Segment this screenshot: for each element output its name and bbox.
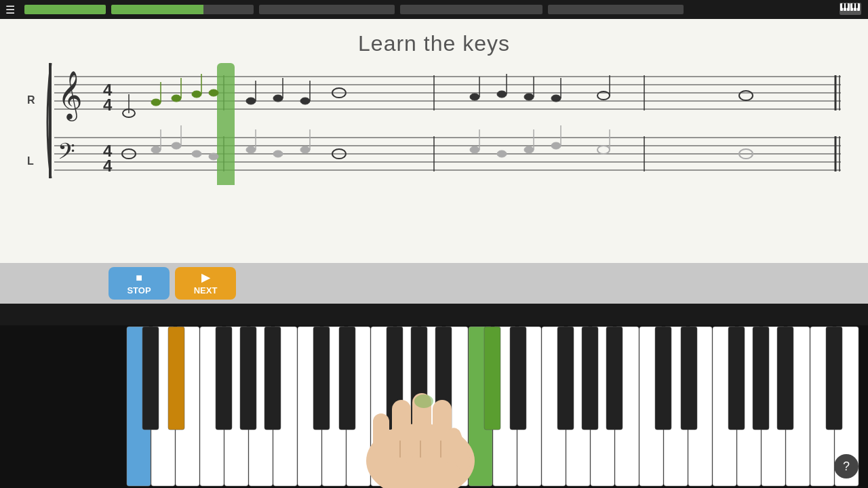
svg-text:L: L [27,155,34,167]
progress-bar-1 [24,5,106,14]
piano-icon[interactable] [840,3,861,16]
svg-point-81 [470,146,479,153]
svg-point-84 [524,146,534,153]
progress-bar-5 [548,5,684,14]
piano-area: ? [0,304,868,488]
menu-icon[interactable]: ☰ [5,3,15,16]
svg-rect-141 [777,327,793,430]
svg-point-61 [524,94,534,100]
svg-rect-10 [856,3,858,8]
svg-rect-132 [484,327,500,430]
stop-button[interactable]: ■ STOP [108,267,170,300]
progress-bar-4 [400,5,542,14]
svg-rect-8 [846,3,848,8]
svg-rect-11 [49,63,52,178]
svg-rect-123 [168,327,184,430]
svg-rect-133 [510,327,526,430]
svg-rect-40 [217,63,235,185]
svg-rect-125 [240,327,256,430]
svg-rect-139 [728,327,745,430]
help-button[interactable]: ? [834,454,859,479]
svg-text:4: 4 [103,157,113,175]
svg-rect-126 [264,327,281,430]
svg-text:4: 4 [103,96,113,114]
piano-keyboard-svg [0,325,868,488]
svg-text:R: R [27,94,35,106]
stop-label: STOP [127,285,151,296]
svg-point-53 [273,95,283,102]
svg-rect-124 [216,327,232,430]
svg-rect-134 [557,327,574,430]
svg-point-83 [497,150,507,157]
svg-point-152 [414,394,433,408]
svg-point-49 [209,89,218,96]
svg-point-74 [209,153,218,160]
svg-point-47 [192,91,201,98]
svg-text:𝄞: 𝄞 [58,71,83,122]
stop-icon: ■ [136,272,142,284]
sheet-area: Learn the keys R L 𝄞 𝄢 4 4 4 4 [0,19,868,263]
svg-rect-9 [852,3,854,8]
svg-point-45 [172,95,181,102]
svg-point-43 [151,99,161,106]
next-button[interactable]: ▶ NEXT [175,267,236,300]
svg-point-67 [739,91,753,100]
next-icon: ▶ [201,271,210,284]
svg-rect-7 [842,3,844,8]
svg-rect-128 [339,327,355,430]
progress-bar-3 [259,5,395,14]
svg-point-71 [172,142,181,149]
svg-point-76 [246,146,256,153]
svg-point-73 [192,150,201,157]
svg-point-88 [597,146,610,154]
svg-rect-136 [606,327,623,430]
svg-point-86 [551,142,561,149]
svg-rect-122 [142,327,159,430]
svg-text:𝄢: 𝄢 [58,139,75,169]
svg-point-55 [300,98,310,104]
svg-rect-127 [313,327,330,430]
svg-rect-147 [373,413,389,464]
svg-rect-146 [392,400,411,464]
svg-rect-137 [655,327,671,430]
svg-point-59 [497,91,507,98]
next-label: NEXT [194,285,218,296]
staff-svg: R L 𝄞 𝄢 4 4 4 4 [14,56,854,185]
svg-point-63 [551,95,561,102]
progress-bar-2 [111,5,254,14]
controls-area: ■ STOP ▶ NEXT [0,263,868,304]
svg-point-69 [151,146,161,153]
svg-rect-138 [681,327,697,430]
top-bar: ☰ [0,0,868,19]
svg-point-51 [246,98,256,104]
svg-rect-135 [582,327,598,430]
svg-point-79 [300,146,310,153]
svg-rect-140 [753,327,769,430]
svg-point-57 [470,94,479,100]
svg-point-78 [273,150,283,157]
svg-rect-142 [826,327,842,430]
